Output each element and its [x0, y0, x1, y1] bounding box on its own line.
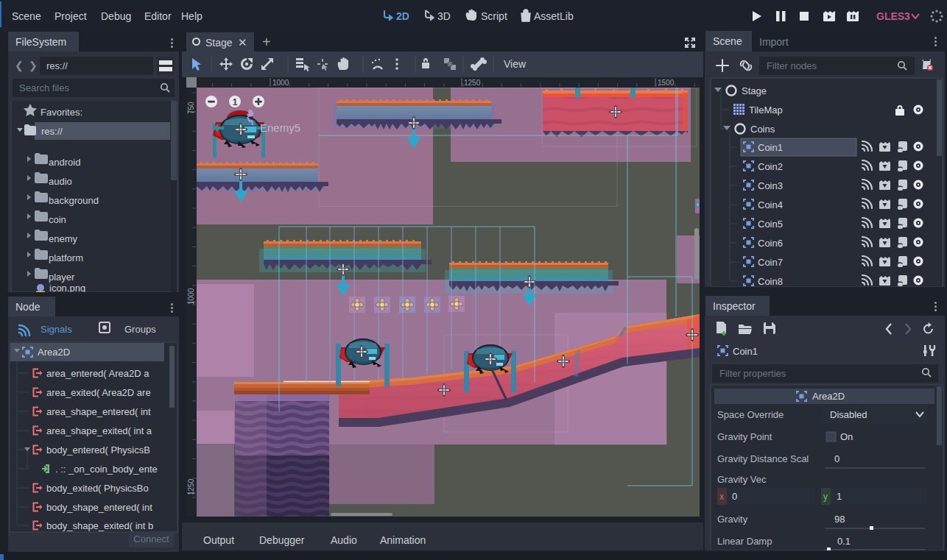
svg-text:icon.png: icon.png — [49, 283, 85, 292]
svg-text:Coin5: Coin5 — [758, 219, 783, 230]
svg-text:1000: 1000 — [272, 79, 289, 87]
svg-text:Signals: Signals — [41, 324, 72, 335]
svg-text:body_entered( PhysicsB: body_entered( PhysicsB — [46, 444, 150, 456]
svg-text:Gravity Point: Gravity Point — [717, 431, 772, 442]
svg-text:2D: 2D — [396, 10, 409, 22]
svg-text:View: View — [504, 58, 527, 70]
svg-text:body_shape_entered( int: body_shape_entered( int — [46, 502, 152, 513]
svg-text:coin: coin — [49, 214, 66, 225]
svg-text:0: 0 — [732, 491, 737, 502]
svg-text:. :: _on_coin_body_ente: . :: _on_coin_body_ente — [55, 464, 158, 475]
svg-text:Enemy5: Enemy5 — [260, 121, 300, 134]
svg-text:0.1: 0.1 — [837, 536, 851, 547]
svg-text:x: x — [719, 492, 724, 502]
svg-text:0: 0 — [834, 453, 839, 464]
svg-text:Groups: Groups — [124, 324, 156, 335]
svg-text:98: 98 — [834, 514, 845, 525]
svg-text:Favorites:: Favorites: — [41, 107, 82, 118]
svg-text:y: y — [823, 492, 828, 502]
svg-text:TileMap: TileMap — [749, 104, 783, 116]
svg-text:GLES3: GLES3 — [876, 10, 910, 22]
svg-text:Coin1: Coin1 — [758, 142, 783, 153]
svg-text:AssetLib: AssetLib — [534, 10, 574, 22]
svg-text:Filter nodes: Filter nodes — [767, 60, 817, 71]
svg-text:area_exited( Area2D are: area_exited( Area2D are — [46, 387, 151, 398]
svg-text:1250: 1250 — [187, 478, 195, 495]
svg-text:Coin3: Coin3 — [758, 180, 783, 191]
svg-text:player: player — [49, 272, 75, 283]
svg-text:area_shape_entered( int: area_shape_entered( int — [46, 406, 151, 417]
svg-text:audio: audio — [49, 176, 72, 187]
svg-text:On: On — [840, 431, 853, 442]
svg-text:enemy: enemy — [49, 233, 78, 244]
svg-text:android: android — [49, 157, 80, 168]
svg-text:Area2D: Area2D — [812, 391, 845, 402]
svg-text:Area2D: Area2D — [38, 347, 70, 358]
svg-text:Coins: Coins — [750, 124, 775, 135]
svg-text:750: 750 — [187, 102, 195, 114]
svg-text:area_shape_exited( int a: area_shape_exited( int a — [46, 425, 152, 436]
svg-text:1: 1 — [837, 491, 842, 502]
svg-text:body_exited( PhysicsBo: body_exited( PhysicsBo — [46, 483, 149, 494]
svg-text:1250: 1250 — [464, 79, 481, 87]
svg-text:Coin1: Coin1 — [733, 346, 758, 357]
svg-text:1000: 1000 — [187, 288, 195, 305]
svg-text:platform: platform — [49, 252, 83, 263]
svg-text:Stage: Stage — [742, 85, 767, 96]
svg-text:Coin4: Coin4 — [758, 199, 783, 210]
svg-text:1: 1 — [233, 97, 238, 107]
svg-text:body_shape_exited( int b: body_shape_exited( int b — [46, 520, 153, 531]
svg-text:area_entered( Area2D a: area_entered( Area2D a — [46, 368, 149, 379]
svg-text:Gravity Distance Scal: Gravity Distance Scal — [717, 453, 809, 464]
svg-text:Gravity Vec: Gravity Vec — [717, 474, 767, 485]
svg-text:Coin7: Coin7 — [758, 257, 783, 268]
svg-text:Coin6: Coin6 — [758, 238, 783, 249]
svg-text:Coin2: Coin2 — [758, 161, 783, 172]
svg-text:res://: res:// — [41, 126, 63, 137]
svg-text:Linear Damp: Linear Damp — [717, 536, 772, 547]
svg-text:Space Override: Space Override — [717, 409, 784, 420]
svg-text:3D: 3D — [437, 10, 451, 22]
svg-text:1500: 1500 — [658, 79, 675, 87]
svg-text:Disabled: Disabled — [830, 409, 867, 420]
svg-text:background: background — [49, 195, 99, 206]
svg-text:Filter properties: Filter properties — [719, 368, 786, 379]
svg-text:Gravity: Gravity — [717, 514, 748, 525]
svg-text:Script: Script — [481, 10, 507, 22]
svg-text:Coin8: Coin8 — [758, 276, 783, 287]
